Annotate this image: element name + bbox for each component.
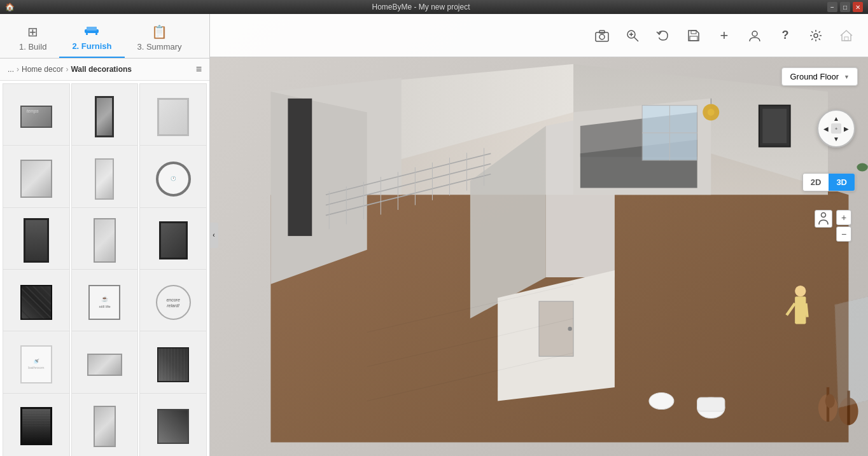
breadcrumb-category[interactable]: Wall decorations xyxy=(71,65,132,74)
close-button[interactable]: ✕ xyxy=(853,2,863,12)
list-item[interactable] xyxy=(71,331,139,398)
tab-build[interactable]: ⊞ 1. Build xyxy=(6,19,59,58)
titlebar: 🏠 HomeByMe - My new project − □ ✕ xyxy=(0,0,868,14)
item-thumbnail: encorerelard! xyxy=(147,276,200,329)
breadcrumb-home-decor[interactable]: Home decor xyxy=(22,65,63,74)
list-item[interactable] xyxy=(3,393,70,456)
furnish-icon xyxy=(84,24,99,39)
item-thumbnail xyxy=(78,214,131,267)
svg-point-95 xyxy=(822,213,826,218)
minimize-button[interactable]: − xyxy=(827,2,837,12)
svg-rect-47 xyxy=(762,109,787,143)
view-2d-button[interactable]: 2D xyxy=(803,174,829,191)
build-icon: ⊞ xyxy=(27,24,38,39)
compass-down-arrow[interactable]: ▼ xyxy=(831,134,841,144)
list-view-icon[interactable]: ≡ xyxy=(196,64,202,74)
list-item[interactable]: 🕐 xyxy=(139,145,207,212)
list-item[interactable] xyxy=(139,393,207,456)
undo-button[interactable] xyxy=(652,24,675,47)
compass-placeholder-br xyxy=(841,134,851,144)
list-item[interactable] xyxy=(139,207,207,275)
svg-rect-59 xyxy=(795,296,806,324)
list-item[interactable] xyxy=(3,207,70,275)
svg-point-66 xyxy=(568,327,571,331)
item-thumbnail xyxy=(147,400,200,453)
svg-line-8 xyxy=(634,37,639,41)
save-button[interactable] xyxy=(682,24,705,47)
item-thumbnail xyxy=(10,153,62,205)
list-item[interactable] xyxy=(71,145,139,212)
compass-left-arrow[interactable]: ◀ xyxy=(821,123,831,134)
breadcrumb-root[interactable]: ... xyxy=(8,65,14,74)
svg-rect-15 xyxy=(844,37,848,41)
svg-point-14 xyxy=(814,34,818,38)
compass-placeholder-tr xyxy=(841,113,851,123)
svg-rect-4 xyxy=(596,32,608,41)
room-scene xyxy=(210,57,868,456)
tab-summary[interactable]: 📋 3. Summary xyxy=(125,19,195,58)
item-thumbnail xyxy=(10,276,62,329)
home-button[interactable] xyxy=(835,24,858,47)
svg-rect-12 xyxy=(690,36,697,41)
list-item[interactable] xyxy=(139,83,207,151)
camera-button[interactable] xyxy=(591,24,613,47)
zoom-fit-button[interactable] xyxy=(621,24,644,47)
svg-point-69 xyxy=(649,393,674,410)
list-item[interactable] xyxy=(3,145,70,212)
floor-selector[interactable]: Ground Floor xyxy=(781,67,858,86)
add-button[interactable]: + xyxy=(713,24,736,47)
tab-bar: ⊞ 1. Build 2. Furnish 📋 3. Summary xyxy=(0,14,209,59)
person-scale-icon[interactable] xyxy=(815,210,832,228)
list-item[interactable] xyxy=(71,393,139,456)
top-toolbar: + ? xyxy=(210,14,868,57)
titlebar-title: HomeByMe - My new project xyxy=(372,3,470,11)
svg-point-48 xyxy=(857,163,867,171)
compass-controls: ▲ ◀ + ▶ ▼ xyxy=(821,113,851,144)
svg-point-45 xyxy=(708,109,715,116)
item-thumbnail: temps xyxy=(10,90,62,143)
help-button[interactable]: ? xyxy=(774,24,797,47)
item-thumbnail: 🕐 xyxy=(147,153,200,205)
svg-rect-36 xyxy=(288,99,312,236)
breadcrumb-sep-2: › xyxy=(66,65,68,74)
list-item[interactable]: temps xyxy=(3,83,70,151)
svg-rect-6 xyxy=(599,31,605,33)
compass-center[interactable]: + xyxy=(831,123,841,134)
list-item[interactable]: 🚿bathroom xyxy=(3,331,70,398)
sidebar-toggle[interactable]: ‹ xyxy=(209,223,218,248)
list-item[interactable] xyxy=(139,331,207,398)
compass-placeholder-bl xyxy=(821,134,831,144)
item-thumbnail xyxy=(147,338,200,391)
list-item[interactable] xyxy=(71,207,139,275)
summary-icon: 📋 xyxy=(151,24,167,39)
svg-marker-86 xyxy=(835,291,868,408)
item-thumbnail xyxy=(147,90,200,143)
tab-furnish[interactable]: 2. Furnish xyxy=(59,19,124,58)
profile-button[interactable] xyxy=(743,24,766,47)
list-item[interactable] xyxy=(71,83,139,151)
item-thumbnail xyxy=(78,90,131,143)
tab-summary-label: 3. Summary xyxy=(137,42,182,52)
maximize-button[interactable]: □ xyxy=(840,2,850,12)
compass-placeholder-tl xyxy=(821,113,831,123)
tab-build-label: 1. Build xyxy=(19,42,46,52)
list-item[interactable]: ☕still life xyxy=(71,269,139,336)
view-3d-button[interactable]: 3D xyxy=(829,174,855,191)
list-item[interactable] xyxy=(3,269,70,336)
scene-viewport[interactable] xyxy=(210,14,868,456)
nav-compass[interactable]: ▲ ◀ + ▶ ▼ xyxy=(817,109,855,148)
settings-button[interactable] xyxy=(804,24,827,47)
item-thumbnail xyxy=(10,400,62,453)
svg-rect-3 xyxy=(87,27,97,31)
item-thumbnail xyxy=(78,338,131,391)
titlebar-controls: − □ ✕ xyxy=(827,2,863,12)
zoom-out-button[interactable]: − xyxy=(836,226,851,242)
zoom-in-button[interactable]: + xyxy=(836,210,851,225)
compass-right-arrow[interactable]: ▶ xyxy=(841,123,851,134)
sidebar: ⊞ 1. Build 2. Furnish 📋 3. Summary xyxy=(0,14,210,456)
compass-up-arrow[interactable]: ▲ xyxy=(831,113,841,123)
svg-line-61 xyxy=(806,303,807,317)
svg-rect-2 xyxy=(95,33,97,35)
list-item[interactable]: encorerelard! xyxy=(139,269,207,336)
svg-point-72 xyxy=(825,394,835,408)
